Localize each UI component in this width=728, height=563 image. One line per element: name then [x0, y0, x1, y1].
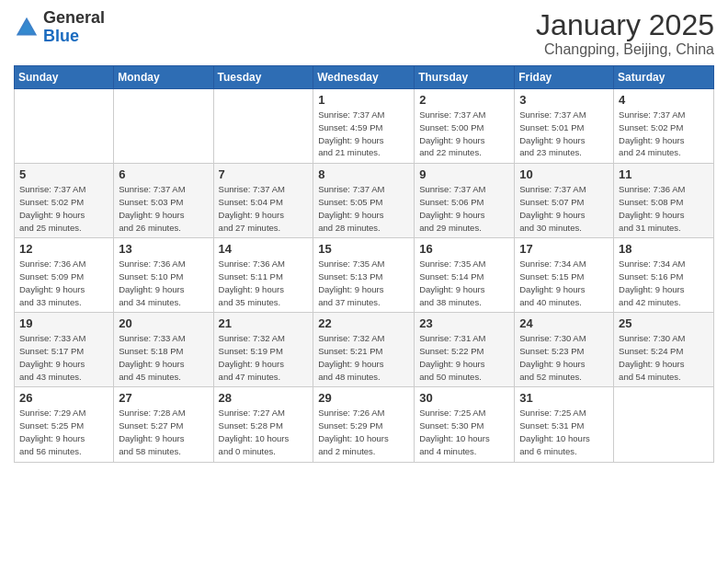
calendar-cell: 20Sunrise: 7:33 AMSunset: 5:18 PMDayligh…	[114, 313, 213, 387]
day-number: 29	[318, 391, 409, 405]
calendar-cell: 10Sunrise: 7:37 AMSunset: 5:07 PMDayligh…	[515, 164, 614, 238]
calendar-cell: 3Sunrise: 7:37 AMSunset: 5:01 PMDaylight…	[515, 89, 614, 164]
calendar-table: SundayMondayTuesdayWednesdayThursdayFrid…	[14, 65, 714, 462]
day-number: 15	[318, 242, 409, 256]
calendar-cell: 13Sunrise: 7:36 AMSunset: 5:10 PMDayligh…	[114, 238, 213, 313]
day-number: 12	[19, 242, 108, 256]
day-info: Sunrise: 7:37 AMSunset: 5:00 PMDaylight:…	[419, 109, 509, 159]
calendar-cell: 19Sunrise: 7:33 AMSunset: 5:17 PMDayligh…	[15, 313, 114, 387]
calendar-cell: 18Sunrise: 7:34 AMSunset: 5:16 PMDayligh…	[614, 238, 714, 313]
day-number: 5	[19, 167, 108, 181]
day-number: 19	[19, 316, 108, 330]
calendar-cell: 14Sunrise: 7:36 AMSunset: 5:11 PMDayligh…	[213, 238, 313, 313]
day-number: 21	[219, 316, 309, 330]
day-info: Sunrise: 7:32 AMSunset: 5:21 PMDaylight:…	[318, 332, 409, 383]
day-number: 6	[119, 167, 208, 181]
calendar-cell: 26Sunrise: 7:29 AMSunset: 5:25 PMDayligh…	[15, 387, 114, 462]
calendar-cell: 30Sunrise: 7:25 AMSunset: 5:30 PMDayligh…	[415, 387, 515, 462]
calendar-cell: 5Sunrise: 7:37 AMSunset: 5:02 PMDaylight…	[15, 164, 114, 238]
day-info: Sunrise: 7:26 AMSunset: 5:29 PMDaylight:…	[318, 407, 409, 457]
day-info: Sunrise: 7:34 AMSunset: 5:16 PMDaylight:…	[619, 258, 709, 308]
calendar-cell	[614, 387, 714, 462]
calendar-cell: 28Sunrise: 7:27 AMSunset: 5:28 PMDayligh…	[213, 387, 313, 462]
calendar-cell: 17Sunrise: 7:34 AMSunset: 5:15 PMDayligh…	[515, 238, 614, 313]
calendar-cell: 22Sunrise: 7:32 AMSunset: 5:21 PMDayligh…	[313, 313, 415, 387]
day-number: 17	[519, 242, 609, 256]
day-info: Sunrise: 7:37 AMSunset: 5:05 PMDaylight:…	[318, 183, 409, 234]
logo-general-text: General	[43, 8, 105, 27]
calendar-cell: 16Sunrise: 7:35 AMSunset: 5:14 PMDayligh…	[415, 238, 515, 313]
day-number: 31	[519, 391, 609, 405]
day-number: 7	[219, 167, 309, 181]
calendar-cell: 1Sunrise: 7:37 AMSunset: 4:59 PMDaylight…	[313, 89, 415, 164]
calendar-cell: 11Sunrise: 7:36 AMSunset: 5:08 PMDayligh…	[614, 164, 714, 238]
day-number: 18	[619, 242, 709, 256]
calendar-cell: 7Sunrise: 7:37 AMSunset: 5:04 PMDaylight…	[213, 164, 313, 238]
header: General Blue January 2025 Changping, Bei…	[14, 9, 714, 58]
day-info: Sunrise: 7:36 AMSunset: 5:11 PMDaylight:…	[219, 258, 309, 308]
day-info: Sunrise: 7:35 AMSunset: 5:14 PMDaylight:…	[419, 258, 509, 308]
calendar-cell: 4Sunrise: 7:37 AMSunset: 5:02 PMDaylight…	[614, 89, 714, 164]
calendar-week-3: 12Sunrise: 7:36 AMSunset: 5:09 PMDayligh…	[15, 238, 714, 313]
day-number: 24	[519, 316, 609, 330]
calendar-cell	[213, 89, 313, 164]
day-number: 3	[519, 93, 609, 107]
calendar-cell: 31Sunrise: 7:25 AMSunset: 5:31 PMDayligh…	[515, 387, 614, 462]
day-info: Sunrise: 7:37 AMSunset: 5:06 PMDaylight:…	[419, 183, 509, 234]
calendar-cell: 27Sunrise: 7:28 AMSunset: 5:27 PMDayligh…	[114, 387, 213, 462]
day-number: 25	[619, 316, 709, 330]
day-number: 27	[119, 391, 208, 405]
calendar-cell: 6Sunrise: 7:37 AMSunset: 5:03 PMDaylight…	[114, 164, 213, 238]
day-number: 10	[519, 167, 609, 181]
day-info: Sunrise: 7:37 AMSunset: 5:03 PMDaylight:…	[119, 183, 208, 234]
day-info: Sunrise: 7:36 AMSunset: 5:09 PMDaylight:…	[19, 258, 108, 308]
calendar-cell: 25Sunrise: 7:30 AMSunset: 5:24 PMDayligh…	[614, 313, 714, 387]
calendar-week-1: 1Sunrise: 7:37 AMSunset: 4:59 PMDaylight…	[15, 89, 714, 164]
day-number: 20	[119, 316, 208, 330]
day-number: 8	[318, 167, 409, 181]
calendar-cell: 12Sunrise: 7:36 AMSunset: 5:09 PMDayligh…	[15, 238, 114, 313]
calendar-cell: 8Sunrise: 7:37 AMSunset: 5:05 PMDaylight…	[313, 164, 415, 238]
weekday-header-monday: Monday	[114, 66, 213, 89]
day-info: Sunrise: 7:36 AMSunset: 5:08 PMDaylight:…	[619, 183, 709, 234]
calendar-cell: 24Sunrise: 7:30 AMSunset: 5:23 PMDayligh…	[515, 313, 614, 387]
month-year: January 2025	[536, 9, 714, 41]
day-info: Sunrise: 7:37 AMSunset: 5:04 PMDaylight:…	[219, 183, 309, 234]
day-number: 13	[119, 242, 208, 256]
day-number: 16	[419, 242, 509, 256]
logo-blue-text: Blue	[43, 27, 79, 45]
day-info: Sunrise: 7:25 AMSunset: 5:30 PMDaylight:…	[419, 407, 509, 457]
day-info: Sunrise: 7:25 AMSunset: 5:31 PMDaylight:…	[519, 407, 609, 457]
logo: General Blue	[14, 9, 105, 46]
day-info: Sunrise: 7:37 AMSunset: 4:59 PMDaylight:…	[318, 109, 409, 159]
calendar-cell: 29Sunrise: 7:26 AMSunset: 5:29 PMDayligh…	[313, 387, 415, 462]
day-number: 30	[419, 391, 509, 405]
calendar-cell	[15, 89, 114, 164]
day-info: Sunrise: 7:29 AMSunset: 5:25 PMDaylight:…	[19, 407, 108, 457]
page: General Blue January 2025 Changping, Bei…	[0, 0, 728, 563]
weekday-header-tuesday: Tuesday	[213, 66, 313, 89]
day-number: 2	[419, 93, 509, 107]
day-info: Sunrise: 7:27 AMSunset: 5:28 PMDaylight:…	[219, 407, 309, 457]
day-info: Sunrise: 7:33 AMSunset: 5:17 PMDaylight:…	[19, 332, 108, 383]
day-info: Sunrise: 7:36 AMSunset: 5:10 PMDaylight:…	[119, 258, 208, 308]
weekday-header-wednesday: Wednesday	[313, 66, 415, 89]
day-number: 28	[219, 391, 309, 405]
weekday-header-saturday: Saturday	[614, 66, 714, 89]
day-info: Sunrise: 7:37 AMSunset: 5:07 PMDaylight:…	[519, 183, 609, 234]
calendar-cell: 23Sunrise: 7:31 AMSunset: 5:22 PMDayligh…	[415, 313, 515, 387]
day-info: Sunrise: 7:32 AMSunset: 5:19 PMDaylight:…	[219, 332, 309, 383]
day-info: Sunrise: 7:37 AMSunset: 5:02 PMDaylight:…	[619, 109, 709, 159]
day-info: Sunrise: 7:33 AMSunset: 5:18 PMDaylight:…	[119, 332, 208, 383]
day-number: 9	[419, 167, 509, 181]
weekday-header-thursday: Thursday	[415, 66, 515, 89]
weekday-header-friday: Friday	[515, 66, 614, 89]
day-info: Sunrise: 7:37 AMSunset: 5:02 PMDaylight:…	[19, 183, 108, 234]
calendar-week-5: 26Sunrise: 7:29 AMSunset: 5:25 PMDayligh…	[15, 387, 714, 462]
title-block: January 2025 Changping, Beijing, China	[536, 9, 714, 58]
day-number: 23	[419, 316, 509, 330]
day-number: 22	[318, 316, 409, 330]
calendar-cell: 15Sunrise: 7:35 AMSunset: 5:13 PMDayligh…	[313, 238, 415, 313]
day-number: 26	[19, 391, 108, 405]
day-info: Sunrise: 7:37 AMSunset: 5:01 PMDaylight:…	[519, 109, 609, 159]
